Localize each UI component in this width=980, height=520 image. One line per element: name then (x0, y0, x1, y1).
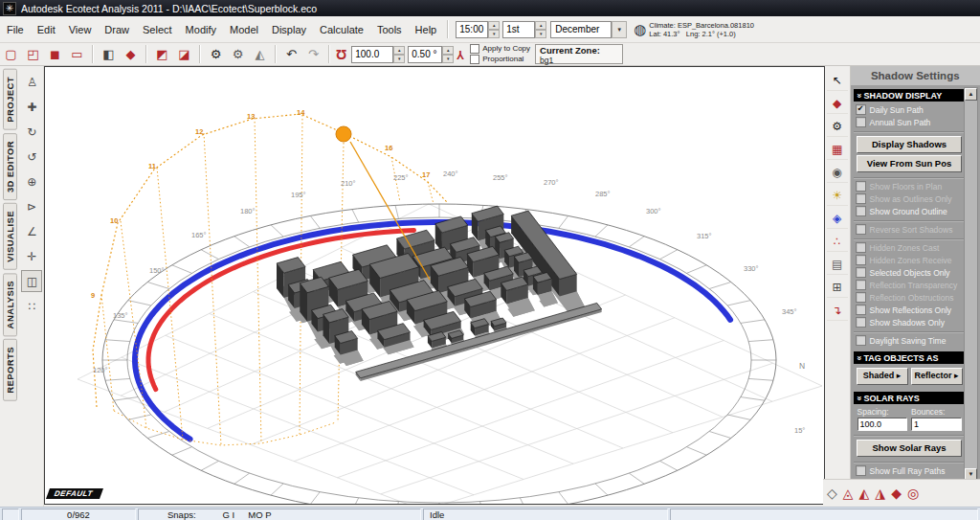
checkbox-reverse-sort-shadows[interactable] (856, 224, 866, 235)
menu-view[interactable]: View (62, 21, 99, 38)
option-annual-sun-path[interactable]: Annual Sun Path (856, 116, 964, 128)
checkbox-reflection-obstructions[interactable] (856, 292, 866, 303)
checkbox-annual-sun-path[interactable] (856, 117, 866, 127)
checkbox-show-shadows-only[interactable] (856, 317, 866, 328)
checkbox-show-ground-outline[interactable] (856, 206, 866, 216)
menu-help[interactable]: Help (409, 21, 444, 38)
save-icon[interactable]: ◼ (44, 45, 66, 64)
option-selected-objects-only[interactable]: Selected Objects Only (856, 266, 964, 279)
menu-edit[interactable]: Edit (31, 21, 62, 38)
menu-draw[interactable]: Draw (98, 21, 136, 38)
zoom-icon[interactable]: ⊕ (21, 170, 42, 192)
tab-analysis[interactable]: ANALYSIS (3, 273, 17, 336)
month-dropdown[interactable]: December ▼ (550, 21, 627, 38)
proportional-checkbox[interactable] (470, 55, 479, 64)
time-up-button[interactable]: ▴ (488, 21, 500, 30)
option-daylight-saving-time[interactable]: Daylight Saving Time (856, 334, 964, 347)
option-show-shadows-only[interactable]: Show Shadows Only (856, 316, 964, 328)
axis-lock-icon[interactable]: Y (457, 48, 464, 61)
checkbox-hidden-zones-cast[interactable] (856, 242, 866, 253)
show-solar-rays-button[interactable]: Show Solar Rays (857, 440, 962, 457)
view-red-3-icon[interactable]: ◮ (875, 486, 885, 501)
option-show-full-ray-paths[interactable]: Show Full Ray Paths (856, 464, 964, 477)
option-show-as-outlines-only[interactable]: Show as Outlines Only (856, 192, 964, 205)
animation-default-tag[interactable]: DEFAULT (46, 488, 103, 499)
snap-up-button[interactable]: ▴ (393, 46, 405, 55)
axonometric-view-icon[interactable]: ◩ (151, 45, 173, 64)
open-file-icon[interactable]: ◰ (22, 45, 44, 64)
checkbox-show-as-outlines-only[interactable] (856, 193, 866, 204)
origin-icon[interactable]: ✛ (21, 245, 42, 267)
panel-scrollbar[interactable]: ▲ ▼ (964, 87, 978, 482)
checkbox-daily-sun-path[interactable]: ✔ (856, 104, 866, 115)
sun-marker[interactable] (336, 126, 351, 142)
day-spinner[interactable]: 1st ▴▾ (502, 21, 546, 38)
option-hidden-zones-receive[interactable]: Hidden Zones Receive (856, 254, 964, 266)
menu-display[interactable]: Display (265, 21, 313, 38)
model-viewport[interactable]: 120°135°150°165°180°195°210°225°240°255°… (44, 66, 825, 505)
day-down-button[interactable]: ▾ (535, 30, 546, 38)
apply-to-copy-checkbox[interactable] (470, 44, 479, 54)
scatter-grid-icon[interactable]: ∷ (21, 295, 42, 317)
rays-scatter-icon[interactable]: ∴ (827, 231, 848, 252)
new-file-icon[interactable]: ▢ (0, 45, 22, 64)
perspective-view-icon[interactable]: ◪ (173, 45, 195, 64)
time-field[interactable]: 15:00 (456, 21, 488, 38)
view-from-sun-pos-button[interactable]: View From Sun Pos (857, 155, 962, 172)
checkbox-daylight-saving-time[interactable] (856, 335, 866, 346)
orbit-icon[interactable]: ↺ (21, 146, 42, 168)
field-input-spacing[interactable]: 100.0 (858, 418, 908, 431)
pan-icon[interactable]: ✚ (21, 96, 42, 118)
redo-icon[interactable]: ↷ (302, 45, 324, 64)
tab-visualise[interactable]: VISUALISE (3, 203, 17, 270)
rotate-icon[interactable]: ↻ (21, 121, 42, 143)
undo-icon[interactable]: ↶ (280, 45, 302, 64)
angle-up-button[interactable]: ▴ (442, 46, 454, 55)
snapshot-icon[interactable]: ◎ (907, 486, 919, 501)
scroll-up-button[interactable]: ▲ (965, 88, 977, 101)
view-red-4-icon[interactable]: ◆ (891, 486, 902, 501)
grid-display-icon[interactable]: ▦ (827, 139, 848, 160)
checkbox-hidden-zones-receive[interactable] (856, 255, 866, 265)
pushpin-icon[interactable]: ♙ (21, 71, 42, 93)
apply-to-copy-option[interactable]: Apply to Copy (470, 44, 530, 54)
materials-panel-icon[interactable]: ◈ (827, 208, 848, 229)
day-field[interactable]: 1st (502, 21, 535, 38)
angle-down-button[interactable]: ▾ (442, 55, 454, 63)
section-header-shadow-display[interactable]: »SHADOW DISPLAY (854, 89, 964, 102)
menu-file[interactable]: File (0, 21, 31, 38)
tab-3d-editor[interactable]: 3D EDITOR (3, 133, 17, 200)
menu-select[interactable]: Select (136, 21, 179, 38)
checkbox-selected-objects-only[interactable] (856, 267, 866, 278)
menu-modify[interactable]: Modify (179, 21, 223, 38)
option-daily-sun-path[interactable]: ✔Daily Sun Path (856, 103, 964, 116)
reflector-button[interactable]: Reflector ▸ (911, 368, 963, 385)
option-hidden-zones-cast[interactable]: Hidden Zones Cast (856, 241, 964, 254)
view-red-1-icon[interactable]: ◬ (843, 486, 854, 501)
view-red-2-icon[interactable]: ◭ (859, 486, 870, 501)
wireframe-select-icon[interactable]: ◇ (827, 486, 837, 501)
menu-model[interactable]: Model (223, 21, 265, 38)
checkbox-show-floors-in-plan[interactable] (856, 181, 866, 192)
month-value[interactable]: December (550, 21, 612, 38)
model-display-icon[interactable]: ◆ (120, 45, 142, 64)
axon-cube-icon[interactable]: ◫ (21, 270, 42, 292)
tab-reports[interactable]: REPORTS (3, 339, 17, 401)
section-header-solar-rays[interactable]: »SOLAR RAYS (854, 392, 964, 404)
angle-snap-spinner[interactable]: 0.50 ° ▴▾ (408, 46, 454, 63)
protractor-icon[interactable]: ∠ (21, 220, 42, 242)
calculate-gears-icon[interactable]: ⚙ (205, 45, 227, 64)
field-input-bounces[interactable]: 1 (911, 418, 962, 431)
shaded-display-icon[interactable]: ◆ (827, 93, 848, 114)
checkbox-show-reflections-only[interactable] (856, 305, 866, 315)
camera-angle-icon[interactable]: ⊳ (21, 195, 42, 217)
import-export-icon[interactable]: ▭ (66, 45, 88, 64)
tab-project[interactable]: PROJECT (3, 69, 17, 130)
option-show-reflections-only[interactable]: Show Reflections Only (856, 304, 964, 316)
snap-distance-field[interactable]: 100.0 (351, 46, 393, 63)
terrain-icon[interactable]: ◭ (249, 45, 271, 64)
shaded-button[interactable]: Shaded ▸ (857, 368, 908, 385)
day-up-button[interactable]: ▴ (535, 21, 546, 30)
select-cursor-icon[interactable]: ↖ (827, 70, 848, 91)
month-dropdown-arrow[interactable]: ▼ (612, 21, 627, 38)
